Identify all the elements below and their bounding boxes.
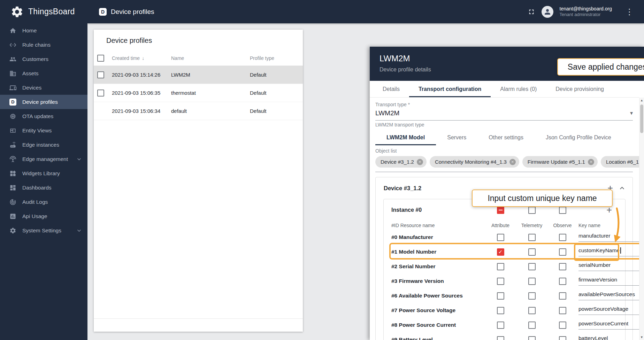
close-icon[interactable]: ×	[631, 59, 636, 67]
cell-profile-type: Default	[250, 72, 303, 78]
row-checkbox[interactable]	[97, 90, 104, 96]
observe-checkbox[interactable]	[559, 292, 566, 300]
scroll-up-icon[interactable]: ▲	[639, 99, 644, 102]
attribute-checkbox[interactable]	[497, 278, 504, 285]
topbar-actions: tenant@thingsboard.org Tenant administra…	[528, 6, 644, 18]
telemetry-checkbox[interactable]	[528, 234, 536, 241]
details-subtitle: Device profile details	[380, 67, 644, 73]
avatar[interactable]	[542, 6, 553, 18]
column-profile-type[interactable]: Profile type	[250, 55, 303, 61]
brand[interactable]: ThingsBoard	[0, 0, 87, 23]
telemetry-checkbox[interactable]	[528, 263, 536, 270]
more-menu-icon[interactable]: ⋮	[623, 7, 636, 17]
subtab-other-settings[interactable]: Other settings	[477, 130, 535, 145]
scrollbar-thumb[interactable]	[640, 105, 643, 133]
sidebar-item-widgets-library[interactable]: Widgets Library	[0, 166, 87, 180]
key-name-value: customKeyName	[578, 247, 620, 254]
resource-row: #3 Firmware Version firmwareVersion +	[384, 274, 625, 288]
observe-checkbox[interactable]	[559, 263, 566, 270]
object-chip-connectivity-monitoring-4-1-3[interactable]: Connectivity Monitoring #4_1.3 ×	[430, 156, 519, 168]
instance-telemetry-checkbox[interactable]	[528, 207, 536, 214]
fullscreen-icon[interactable]	[528, 8, 535, 16]
attribute-checkbox[interactable]	[497, 263, 504, 270]
sidebar-item-api-usage[interactable]: Api Usage	[0, 209, 87, 223]
object-chip-device-3-1-2[interactable]: Device #3_1.2 ×	[375, 156, 427, 168]
observe-checkbox[interactable]	[559, 322, 566, 329]
sidebar-item-customers[interactable]: Customers	[0, 52, 87, 66]
attribute-checkbox[interactable]	[497, 248, 504, 256]
key-name-input[interactable]: availablePowerSources	[578, 291, 639, 300]
key-name-input[interactable]: batteryLevel	[578, 335, 639, 340]
transport-type-select[interactable]: LWM2M ▾	[375, 109, 633, 121]
sidebar-item-rule-chains[interactable]: Rule chains	[0, 38, 87, 52]
chip-remove-icon[interactable]: ×	[588, 159, 594, 165]
select-all-checkbox[interactable]	[97, 55, 104, 62]
collapse-icon[interactable]	[618, 184, 626, 192]
attribute-checkbox[interactable]	[497, 292, 504, 300]
instance-attribute-checkbox[interactable]	[497, 207, 504, 214]
help-icon[interactable]: ?	[614, 59, 622, 67]
sidebar-item-entity-views[interactable]: Entity Views	[0, 123, 87, 138]
scroll-down-icon[interactable]: ▼	[639, 335, 644, 339]
tab-alarm-rules-0[interactable]: Alarm rules (0)	[491, 81, 546, 97]
observe-checkbox[interactable]	[559, 336, 566, 340]
subtab-servers[interactable]: Servers	[436, 130, 477, 145]
observe-checkbox[interactable]	[559, 248, 566, 256]
audit-logs-icon	[9, 199, 16, 206]
key-name-input[interactable]: powerSourceCurrent	[578, 320, 639, 330]
sidebar-item-assets[interactable]: Assets	[0, 66, 87, 80]
observe-checkbox[interactable]	[559, 278, 566, 285]
sidebar-item-label: Api Usage	[22, 213, 47, 219]
sidebar-item-devices[interactable]: Devices	[0, 80, 87, 95]
sidebar-item-home[interactable]: Home	[0, 23, 87, 38]
key-name-value: batteryLevel	[578, 335, 608, 340]
attribute-checkbox[interactable]	[497, 336, 504, 340]
sidebar-item-dashboards[interactable]: Dashboards	[0, 180, 87, 195]
add-instance-icon[interactable]: +	[607, 184, 613, 193]
column-name[interactable]: Name	[171, 55, 250, 61]
tab-device-provisioning[interactable]: Device provisioning	[546, 81, 613, 97]
sidebar-item-edge-management[interactable]: Edge management	[0, 152, 87, 166]
chip-remove-icon[interactable]: ×	[509, 159, 516, 165]
instance-observe-checkbox[interactable]	[559, 207, 566, 214]
sidebar-item-device-profiles[interactable]: DDevice profiles	[0, 95, 87, 109]
sidebar-item-system-settings[interactable]: System Settings	[0, 223, 87, 238]
telemetry-checkbox[interactable]	[528, 278, 536, 285]
attribute-checkbox[interactable]	[497, 307, 504, 314]
key-name-input[interactable]: firmwareVersion	[578, 277, 639, 286]
key-name-input[interactable]: customKeyName	[578, 247, 639, 256]
transport-type-value: LWM2M	[375, 109, 399, 117]
table-row[interactable]: 2021-09-03 15:06:34 default Default	[94, 102, 303, 120]
device-profiles-list-card: Device profiles Created time ↓ Name Prof…	[94, 30, 303, 332]
observe-checkbox[interactable]	[559, 234, 566, 241]
user-info[interactable]: tenant@thingsboard.org Tenant administra…	[560, 6, 612, 18]
sidebar-item-edge-instances[interactable]: Edge instances	[0, 138, 87, 152]
sidebar-item-ota-updates[interactable]: OTA updates	[0, 109, 87, 123]
row-checkbox[interactable]	[97, 71, 104, 78]
attribute-checkbox[interactable]	[497, 234, 504, 241]
telemetry-checkbox[interactable]	[528, 322, 536, 329]
tab-details[interactable]: Details	[373, 81, 409, 97]
telemetry-checkbox[interactable]	[528, 307, 536, 314]
resource-name: #1 Model Number	[391, 249, 484, 255]
subtab-json-config-profile-device[interactable]: Json Config Profile Device	[535, 130, 622, 145]
add-resource-icon[interactable]: +	[606, 206, 612, 215]
object-chip-firmware-update-5-1-1[interactable]: Firmware Update #5_1.1 ×	[522, 156, 598, 168]
tab-transport-configuration[interactable]: Transport configuration	[409, 81, 491, 97]
subtab-lwm2m-model[interactable]: LWM2M Model	[375, 130, 436, 145]
sidebar-item-audit-logs[interactable]: Audit Logs	[0, 195, 87, 209]
observe-checkbox[interactable]	[559, 307, 566, 314]
telemetry-checkbox[interactable]	[528, 292, 536, 300]
table-row[interactable]: 2021-09-03 15:06:35 thermostat Default	[94, 84, 303, 102]
attribute-checkbox[interactable]	[497, 322, 504, 329]
key-name-input[interactable]: manufacturer	[578, 233, 639, 242]
chip-remove-icon[interactable]: ×	[417, 159, 423, 165]
table-row[interactable]: 2021-09-03 15:14:26 LWM2M Default	[94, 66, 303, 84]
object-chip-location-6-1-0[interactable]: Location #6_1.0 ×	[601, 156, 639, 168]
key-name-input[interactable]: serialNumber	[578, 262, 639, 271]
telemetry-checkbox[interactable]	[528, 336, 536, 340]
telemetry-checkbox[interactable]	[528, 248, 536, 256]
column-created-time[interactable]: Created time ↓	[112, 55, 171, 61]
key-name-input[interactable]: powerSourceVoltage	[578, 306, 639, 315]
column-id-resource-name: #ID Resource name	[391, 223, 484, 228]
